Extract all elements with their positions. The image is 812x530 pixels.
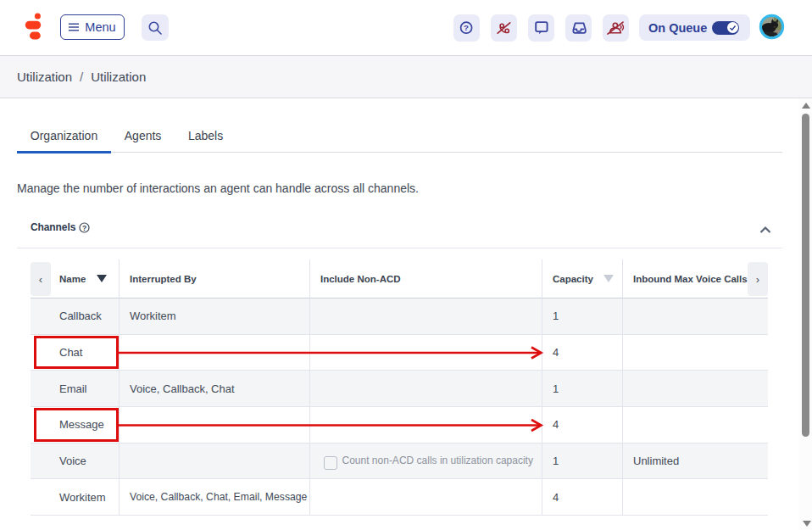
svg-text:?: ?: [82, 224, 86, 232]
svg-text:?: ?: [464, 23, 469, 32]
